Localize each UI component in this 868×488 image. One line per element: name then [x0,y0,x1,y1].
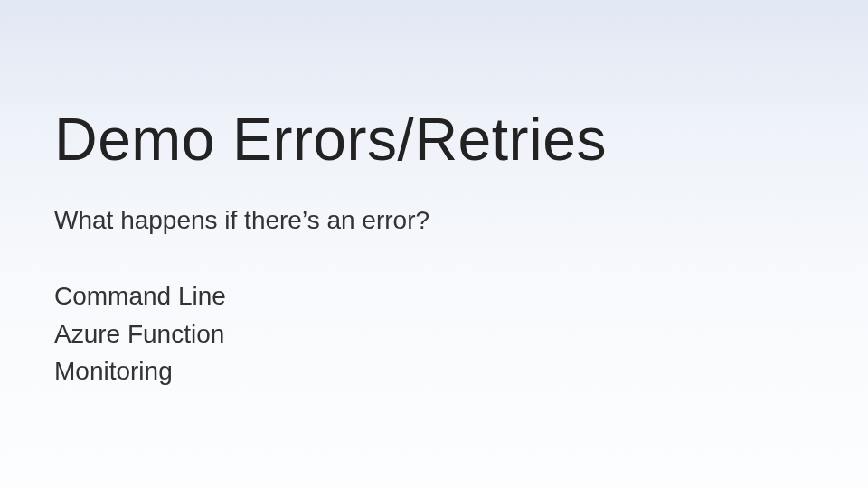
list-item: Azure Function [54,317,814,352]
slide-title: Demo Errors/Retries [54,108,814,171]
list-item: Command Line [54,279,814,314]
slide: Demo Errors/Retries What happens if ther… [0,0,868,488]
slide-subtitle: What happens if there’s an error? [54,205,814,236]
list-item: Monitoring [54,354,814,389]
slide-items: Command Line Azure Function Monitoring [54,279,814,389]
